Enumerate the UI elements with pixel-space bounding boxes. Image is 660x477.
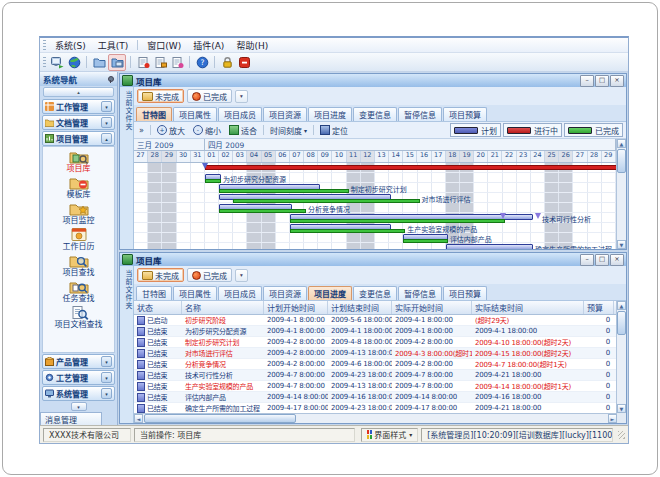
section-toggle-button[interactable]: ▴ xyxy=(101,133,112,144)
scrollbar-thumb[interactable] xyxy=(617,149,626,173)
sidebar-item[interactable]: 工作日历 xyxy=(43,227,114,252)
sidebar-section-5[interactable]: 系统管理▾ xyxy=(42,386,115,401)
report-add-icon[interactable] xyxy=(135,55,151,70)
current-folder-vertical-tab[interactable]: 当前文件夹 xyxy=(120,87,134,249)
section-toggle-button[interactable]: ▾ xyxy=(101,356,112,367)
minimize-button[interactable]: – xyxy=(580,254,594,266)
table-row[interactable]: 已结束技术可行性分析2009-4-7 8:00:002009-4-23 18:0… xyxy=(134,370,616,381)
table-row[interactable]: 已结束生产实验室规模的产品2009-4-7 8:00:002009-4-13 1… xyxy=(134,381,616,392)
tab-暂停信息[interactable]: 暂停信息 xyxy=(398,286,442,300)
gantt-body[interactable]: 为初步研究分配资源制定初步研究计划对市场进行评估分析竞争情况技术可行性分析生产实… xyxy=(134,163,616,249)
column-header-3[interactable]: 计划结束时间 xyxy=(328,301,392,314)
tab-甘特图[interactable]: 甘特图 xyxy=(136,107,172,121)
menu-item[interactable]: 工具(T) xyxy=(92,38,135,53)
interface-style-dropdown[interactable]: 界面样式 ▾ xyxy=(361,428,418,442)
section-toggle-button[interactable]: ▾ xyxy=(101,101,112,112)
current-folder-vertical-tab[interactable]: 当前文件夹 xyxy=(120,266,134,423)
zoom-in-button[interactable]: +放大 xyxy=(155,125,187,136)
scroll-down-icon[interactable]: ▼ xyxy=(617,404,626,413)
scroll-up-icon[interactable]: ▲ xyxy=(617,301,626,310)
toolbar-overflow-button[interactable]: » xyxy=(137,126,146,135)
menubar-gripper[interactable] xyxy=(43,40,46,50)
table-row[interactable]: 已启动初步研究阶段2009-4-1 8:00:002009-5-6 18:00:… xyxy=(134,315,616,326)
report-mail-icon[interactable] xyxy=(169,55,185,70)
table-hscrollbar[interactable]: ◄ ► xyxy=(134,413,617,423)
folder-save-icon[interactable] xyxy=(108,54,126,71)
table-row[interactable]: 已结束制定初步研究计划2009-4-2 8:00:002009-4-8 18:0… xyxy=(134,337,616,348)
tab-项目资源[interactable]: 项目资源 xyxy=(263,107,307,121)
resize-grip[interactable] xyxy=(618,431,625,439)
tab-项目资源[interactable]: 项目资源 xyxy=(263,286,307,300)
tab-暂停信息[interactable]: 暂停信息 xyxy=(398,107,442,121)
filter-complete-button[interactable]: 已完成 xyxy=(187,268,232,282)
lock-icon[interactable] xyxy=(219,55,235,70)
tab-项目成员[interactable]: 项目成员 xyxy=(218,107,262,121)
sidebar-scroll-more-button[interactable]: ▾ xyxy=(71,402,87,411)
section-toggle-button[interactable]: ▾ xyxy=(101,372,112,383)
scroll-left-icon[interactable]: ◄ xyxy=(134,414,143,423)
table-row[interactable]: 已结束为初步研究分配资源2009-4-1 8:00:002009-4-1 18:… xyxy=(134,326,616,337)
column-header-6[interactable]: 预算 xyxy=(584,301,614,314)
restore-button[interactable]: □ xyxy=(595,75,609,87)
sidebar-section-2[interactable]: 项目管理▴ xyxy=(42,131,115,146)
scroll-down-icon[interactable]: ▼ xyxy=(617,240,626,249)
pin-icon[interactable] xyxy=(106,75,114,83)
sidebar-item[interactable]: 任务查找 xyxy=(43,279,114,304)
menu-item[interactable]: 窗口(W) xyxy=(141,38,187,53)
summary-progress-bar[interactable] xyxy=(205,165,616,170)
tab-变更信息[interactable]: 变更信息 xyxy=(353,286,397,300)
globe-icon[interactable] xyxy=(66,55,82,70)
section-toggle-button[interactable]: ▾ xyxy=(101,117,112,128)
restore-button[interactable]: □ xyxy=(595,254,609,266)
sidebar-item[interactable]: 项目查找 xyxy=(43,253,114,278)
sidebar-item[interactable]: 模板库 xyxy=(43,175,114,200)
table-row[interactable]: 已结束确定生产所需的加工过程2009-4-17 8:00:002009-4-23… xyxy=(134,403,616,413)
table-vscrollbar[interactable]: ▲ ▼ xyxy=(616,301,626,413)
sidebar-section-4[interactable]: 工艺管理▾ xyxy=(42,370,115,385)
tab-项目预算[interactable]: 项目预算 xyxy=(443,107,487,121)
sidebar-item[interactable]: 项目文档查找 xyxy=(43,305,114,330)
sidebar-section-0[interactable]: 工作管理▾ xyxy=(42,99,115,114)
sidebar-item[interactable]: 项目库 xyxy=(43,149,114,174)
report-check-icon[interactable] xyxy=(152,55,168,70)
window-titlebar[interactable]: 项目库 –□× xyxy=(120,74,626,87)
sidebar-section-3[interactable]: 产品管理▾ xyxy=(42,354,115,369)
section-toggle-button[interactable]: ▾ xyxy=(101,388,112,399)
gantt-vscrollbar[interactable]: ▲ ▼ xyxy=(616,139,626,249)
close-button[interactable]: × xyxy=(610,75,624,87)
filter-incomplete-button[interactable]: 未完成 xyxy=(137,268,184,282)
scroll-up-icon[interactable]: ▲ xyxy=(617,139,626,148)
table-row[interactable]: 已结束对市场进行评估2009-4-2 8:00:002009-4-13 18:0… xyxy=(134,348,616,359)
zoom-out-button[interactable]: -缩小 xyxy=(191,125,223,136)
tab-项目进度[interactable]: 项目进度 xyxy=(308,286,352,300)
close-button[interactable]: × xyxy=(610,254,624,266)
column-header-4[interactable]: 实际开始时间 xyxy=(392,301,472,314)
timescale-button[interactable]: 时间刻度▾ xyxy=(268,125,309,136)
menu-item[interactable]: 系统(S) xyxy=(49,38,92,53)
help-icon[interactable]: ? xyxy=(194,55,210,70)
tab-项目预算[interactable]: 项目预算 xyxy=(443,286,487,300)
column-header-5[interactable]: 实际结束时间 xyxy=(472,301,584,314)
tab-项目属性[interactable]: 项目属性 xyxy=(173,286,217,300)
sidebar-item[interactable]: 项目监控 xyxy=(43,201,114,226)
filter-complete-button[interactable]: 已完成 xyxy=(187,89,232,103)
workspace-icon[interactable] xyxy=(49,55,65,70)
tab-变更信息[interactable]: 变更信息 xyxy=(353,107,397,121)
sidebar-collapse-button[interactable]: ▴ xyxy=(43,87,114,97)
minimize-button[interactable]: – xyxy=(580,75,594,87)
exit-icon[interactable] xyxy=(236,55,252,70)
window-titlebar[interactable]: 项目库 –□× xyxy=(120,253,626,266)
tab-项目进度[interactable]: 项目进度 xyxy=(308,107,352,121)
toolbar-gripper[interactable] xyxy=(43,57,46,67)
fit-button[interactable]: 适合 xyxy=(227,125,259,136)
filter-overflow-button[interactable]: ▾ xyxy=(235,269,248,282)
column-header-1[interactable]: 名称 xyxy=(182,301,264,314)
scrollbar-thumb[interactable] xyxy=(617,311,626,335)
menu-item[interactable]: 插件(A) xyxy=(187,38,230,53)
filter-overflow-button[interactable]: ▾ xyxy=(235,90,248,103)
tab-甘特图[interactable]: 甘特图 xyxy=(136,286,172,300)
scrollbar-thumb[interactable] xyxy=(144,414,296,423)
tab-项目属性[interactable]: 项目属性 xyxy=(173,107,217,121)
tab-message-management[interactable]: 消息管理 xyxy=(40,412,102,425)
table-row[interactable]: 已结束评估内部产品2009-4-14 8:00:002009-4-16 18:0… xyxy=(134,392,616,403)
